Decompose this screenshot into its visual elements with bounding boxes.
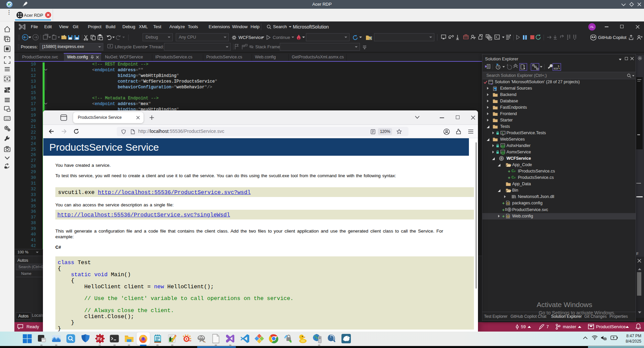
svg-text:Fz: Fz <box>97 336 102 341</box>
